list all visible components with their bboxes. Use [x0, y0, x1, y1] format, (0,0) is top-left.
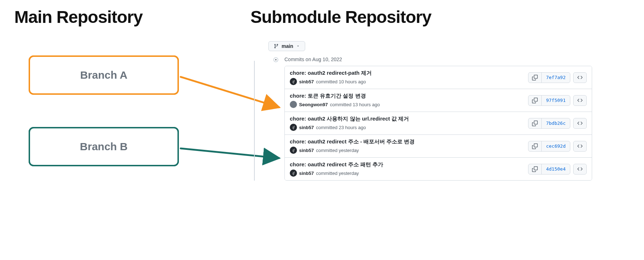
avatar[interactable]: if [290, 124, 297, 131]
commits-date-label: Commits on Aug 10, 2022 [284, 57, 342, 62]
caret-down-icon [296, 44, 300, 48]
copy-icon [532, 98, 538, 103]
copy-sha-button[interactable] [528, 164, 542, 174]
branch-selector-name: main [282, 43, 293, 49]
code-icon [577, 121, 583, 126]
commit-sha-link[interactable]: 7bdb26c [542, 118, 570, 128]
copy-sha-button[interactable] [528, 95, 542, 106]
commit-title[interactable]: chore: oauth2 redirect 주소 - 배포서버 주소로 변경 [290, 138, 528, 145]
branch-b-box: Branch B [29, 127, 179, 166]
copy-icon [532, 121, 538, 126]
code-icon [577, 75, 583, 80]
copy-sha-button[interactable] [528, 118, 542, 128]
copy-sha-button[interactable] [528, 73, 542, 83]
timeline-line [254, 61, 255, 181]
code-icon [577, 98, 583, 103]
branch-a-label: Branch A [80, 69, 127, 81]
commit-author[interactable]: sinb57 [299, 148, 314, 153]
commit-title[interactable]: chore: 토큰 유효기간 설정 변경 [290, 93, 528, 99]
commits-date-header: Commits on Aug 10, 2022 [284, 57, 630, 62]
commit-time: committed 10 hours ago [316, 79, 366, 84]
commit-title[interactable]: chore: oauth2 redirect 주소 패턴 추가 [290, 161, 528, 168]
commit-author[interactable]: sinb57 [299, 171, 314, 176]
copy-icon [532, 75, 538, 80]
commit-item: chore: 토큰 유효기간 설정 변경 Seongwon97 committe… [285, 89, 592, 112]
code-icon [577, 166, 583, 172]
commit-author[interactable]: sinb57 [299, 125, 314, 130]
commit-item: chore: oauth2 redirect 주소 - 배포서버 주소로 변경 … [285, 135, 592, 158]
browse-code-button[interactable] [573, 118, 587, 129]
copy-icon [532, 166, 538, 172]
commit-list: chore: oauth2 redirect-path 제거 if sinb57… [284, 66, 592, 181]
commit-time: committed yesterday [316, 171, 359, 176]
submodule-repo-heading: Submodule Repository [229, 7, 630, 27]
browse-code-button[interactable] [573, 141, 587, 152]
commit-time: committed yesterday [316, 148, 359, 153]
git-branch-icon [274, 44, 279, 49]
commit-item: chore: oauth2 redirect-path 제거 if sinb57… [285, 66, 592, 89]
commit-author[interactable]: sinb57 [299, 79, 314, 84]
commit-sha-link[interactable]: 7ef7a92 [542, 73, 570, 83]
branch-a-box: Branch A [29, 55, 179, 95]
browse-code-button[interactable] [573, 164, 587, 175]
commit-item: chore: oauth2 redirect 주소 패턴 추가 if sinb5… [285, 158, 592, 180]
commit-sha-link[interactable]: 97f5091 [542, 95, 570, 106]
main-repo-heading: Main Repository [14, 7, 229, 27]
branch-selector[interactable]: main [268, 41, 305, 51]
commit-title[interactable]: chore: oauth2 사용하지 않는 url.redirect 값 제거 [290, 116, 528, 122]
commit-title[interactable]: chore: oauth2 redirect-path 제거 [290, 70, 528, 77]
browse-code-button[interactable] [573, 72, 587, 83]
avatar[interactable] [290, 101, 297, 108]
commit-sha-link[interactable]: cec692d [542, 141, 570, 151]
code-icon [577, 143, 583, 149]
browse-code-button[interactable] [573, 95, 587, 106]
commit-item: chore: oauth2 사용하지 않는 url.redirect 값 제거 … [285, 112, 592, 135]
branch-b-label: Branch B [80, 141, 127, 153]
timeline-dot-icon [273, 57, 278, 62]
copy-icon [532, 143, 538, 149]
commit-sha-link[interactable]: 4d150e4 [542, 164, 570, 174]
copy-sha-button[interactable] [528, 141, 542, 151]
avatar[interactable]: if [290, 78, 297, 85]
avatar[interactable]: if [290, 147, 297, 154]
commit-time: committed 23 hours ago [316, 125, 366, 130]
avatar[interactable]: if [290, 170, 297, 177]
commit-time: committed 13 hours ago [330, 102, 380, 107]
commit-author[interactable]: Seongwon97 [299, 102, 328, 107]
